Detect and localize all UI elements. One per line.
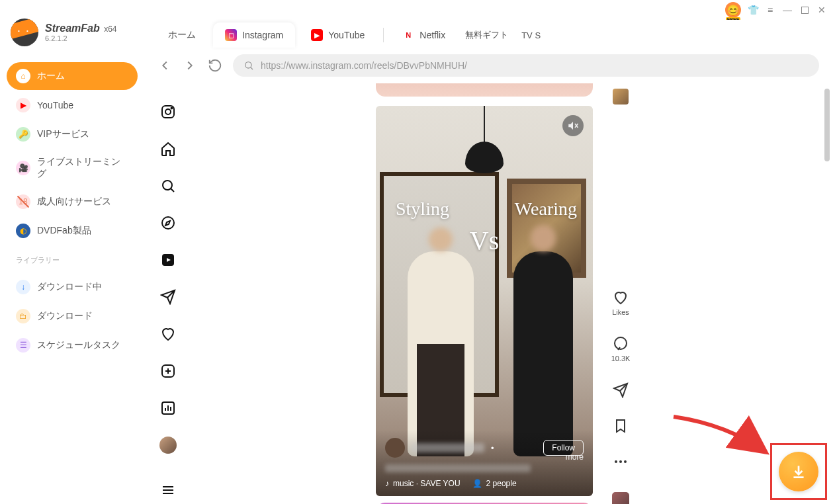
schedule-icon: ☰ <box>16 338 30 353</box>
author-name-blurred <box>412 443 484 452</box>
window-titlebar: 😊 👕 ≡ — ✕ <box>725 0 835 20</box>
tshirt-icon[interactable]: 👕 <box>748 5 758 15</box>
url-bar[interactable] <box>233 54 819 77</box>
ig-home-icon[interactable] <box>159 140 177 157</box>
author-avatar[interactable] <box>385 438 405 458</box>
save-button[interactable] <box>613 418 629 434</box>
search-icon <box>243 60 254 71</box>
svg-point-10 <box>615 460 617 463</box>
likes-label: Likes <box>612 308 629 316</box>
overlay-text-wearing: Wearing <box>515 198 577 220</box>
minimize-button[interactable]: — <box>782 5 793 15</box>
app-name: StreamFab x64 <box>45 22 117 34</box>
forward-button[interactable] <box>183 58 197 73</box>
browser-toolbar <box>144 50 832 83</box>
svg-point-2 <box>165 109 171 114</box>
person-right <box>513 251 573 456</box>
prev-reel-thumb[interactable] <box>613 89 629 105</box>
sidebar-item-vip[interactable]: 🔑 VIPサービス <box>7 120 138 148</box>
browser-tabs: ホーム ◻ Instagram ▶ YouTube N Netflix 無料ギフ… <box>144 20 832 50</box>
person-left <box>408 251 474 456</box>
caption-blurred <box>385 464 531 472</box>
sidebar-item-downloads-folder[interactable]: 🗀 ダウンロード <box>7 302 138 330</box>
app-logo-icon <box>11 19 38 46</box>
sidebar-item-adult[interactable]: 18 成人向けサービス <box>7 188 138 216</box>
menu-icon[interactable]: ≡ <box>765 5 775 15</box>
sidebar-item-youtube[interactable]: ▶ YouTube <box>7 91 138 119</box>
youtube-icon: ▶ <box>311 29 323 41</box>
feed-column: Styling Wearing Vs • Follow more <box>192 83 832 504</box>
free-badge-icon[interactable]: 😊 <box>725 2 741 18</box>
comment-button[interactable]: 10.3K <box>611 336 631 362</box>
back-button[interactable] <box>157 58 172 73</box>
tab-instagram[interactable]: ◻ Instagram <box>213 22 295 48</box>
reel-video[interactable]: Styling Wearing Vs • Follow more <box>376 106 593 496</box>
ig-explore-icon[interactable] <box>159 214 177 231</box>
folder-icon: 🗀 <box>16 309 30 323</box>
tab-youtube[interactable]: ▶ YouTube <box>299 22 376 48</box>
instagram-logo-icon[interactable] <box>159 103 177 120</box>
close-button[interactable]: ✕ <box>816 5 827 15</box>
reload-button[interactable] <box>208 58 222 73</box>
svg-point-12 <box>624 460 627 463</box>
dvdfab-icon: ◐ <box>16 224 30 238</box>
ig-profile-avatar[interactable] <box>159 437 177 454</box>
ig-menu-icon[interactable] <box>159 482 177 499</box>
tab-netflix[interactable]: N Netflix <box>390 22 457 48</box>
share-button[interactable] <box>613 382 629 398</box>
sidebar-item-label: ホーム <box>37 70 65 82</box>
caption-more[interactable]: more <box>566 452 584 462</box>
audio-thumb[interactable] <box>612 492 629 504</box>
tabs-extra-gift[interactable]: 無料ギフト <box>465 29 508 41</box>
sidebar-item-schedule[interactable]: ☰ スケジュールタスク <box>7 331 138 359</box>
svg-point-4 <box>163 181 172 190</box>
comments-count: 10.3K <box>611 355 631 362</box>
tabs-extra-tvs[interactable]: TV S <box>521 30 541 40</box>
svg-point-0 <box>245 62 251 68</box>
sidebar-item-label: スケジュールタスク <box>37 339 120 351</box>
sidebar-item-label: YouTube <box>37 100 73 110</box>
camera-icon: 🎥 <box>16 161 30 175</box>
svg-point-11 <box>619 460 622 463</box>
mute-button[interactable] <box>562 115 584 136</box>
scrollbar[interactable] <box>823 83 831 504</box>
svg-point-9 <box>615 337 627 349</box>
more-options-button[interactable] <box>613 454 629 470</box>
url-input[interactable] <box>261 60 809 71</box>
ig-create-icon[interactable] <box>159 362 177 380</box>
sidebar-item-downloading[interactable]: ↓ ダウンロード中 <box>7 273 138 301</box>
like-button[interactable]: Likes <box>612 290 629 316</box>
key-icon: 🔑 <box>16 127 30 142</box>
app-version: 6.2.1.2 <box>45 34 117 42</box>
app-sidebar: StreamFab x64 6.2.1.2 ⌂ ホーム ▶ YouTube 🔑 … <box>0 0 144 504</box>
instagram-icon: ◻ <box>225 29 237 41</box>
ig-search-icon[interactable] <box>159 177 177 194</box>
music-chip[interactable]: ♪ music · SAVE YOU <box>385 479 461 488</box>
main-area: ホーム ◻ Instagram ▶ YouTube N Netflix 無料ギフ… <box>144 20 832 504</box>
people-chip[interactable]: 👤 2 people <box>472 479 517 488</box>
youtube-icon: ▶ <box>16 98 30 112</box>
download-button[interactable] <box>779 452 818 491</box>
netflix-icon: N <box>402 29 414 41</box>
ig-messages-icon[interactable] <box>159 288 177 306</box>
overlay-text-vs: Vs <box>470 225 499 256</box>
sidebar-item-home[interactable]: ⌂ ホーム <box>7 62 138 90</box>
sidebar-item-dvdfab[interactable]: ◐ DVDFab製品 <box>7 217 138 245</box>
sidebar-item-label: ライブストリーミング <box>37 156 128 180</box>
home-icon: ⌂ <box>16 69 30 83</box>
svg-point-5 <box>162 217 174 229</box>
ig-insights-icon[interactable] <box>159 399 177 417</box>
app-logo-row: StreamFab x64 6.2.1.2 <box>7 13 138 58</box>
download-fab-highlight <box>770 443 827 500</box>
scrollbar-thumb[interactable] <box>824 89 830 161</box>
lamp-decor <box>484 106 485 144</box>
prev-reel-strip[interactable] <box>376 83 593 97</box>
maximize-button[interactable] <box>799 5 810 15</box>
sidebar-item-live[interactable]: 🎥 ライブストリーミング <box>7 149 138 187</box>
sidebar-item-label: ダウンロード <box>37 310 93 322</box>
browser-viewport: Styling Wearing Vs • Follow more <box>144 83 832 504</box>
ig-likes-icon[interactable] <box>159 325 177 343</box>
ig-reels-icon[interactable] <box>159 251 177 269</box>
tab-home[interactable]: ホーム <box>156 22 209 48</box>
sidebar-item-label: VIPサービス <box>37 128 89 140</box>
